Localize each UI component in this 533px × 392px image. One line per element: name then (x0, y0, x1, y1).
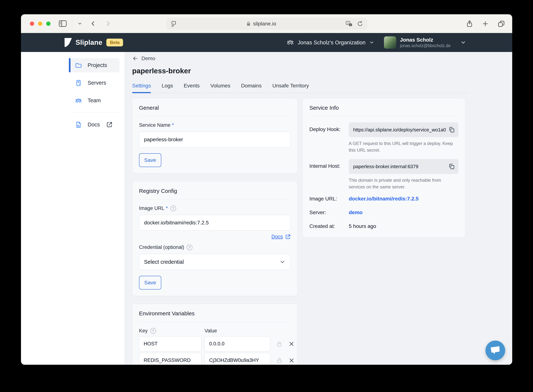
lock-icon[interactable] (276, 341, 283, 347)
sliplane-logo-icon (64, 38, 72, 47)
chevron-down-icon (369, 40, 374, 45)
copy-icon[interactable] (448, 163, 455, 170)
env-value-label: Value (204, 328, 270, 334)
back-icon[interactable] (90, 20, 96, 27)
zoom-window-button[interactable] (46, 22, 51, 26)
main-area: Demo paperless-broker Settings Logs Even… (125, 52, 512, 365)
close-window-button[interactable] (30, 22, 34, 26)
created-at-value: 5 hours ago (349, 223, 376, 229)
tab-overview-icon[interactable] (497, 20, 505, 28)
docs-link-label: Docs (271, 234, 283, 240)
breadcrumb[interactable]: Demo (132, 55, 468, 62)
tls-lock-icon (246, 21, 251, 27)
docs-link[interactable]: Docs (271, 234, 291, 240)
user-email: jonas.scholz@bbscholz.de (400, 43, 451, 48)
sidebar-item-projects[interactable]: Projects (69, 58, 120, 72)
image-url-info-label: Image URL: (309, 196, 349, 202)
address-bar[interactable]: sliplane.io A x (167, 18, 367, 29)
copy-icon[interactable] (448, 126, 455, 133)
save-button[interactable]: Save (139, 153, 161, 167)
env-row (139, 353, 291, 365)
internal-host-value: paperless-broker.internal:6379 (353, 164, 446, 169)
sidebar-item-label: Projects (88, 62, 107, 68)
internal-host-value-box: paperless-broker.internal:6379 (349, 159, 458, 174)
environment-variables-card: Environment Variables Key ? Value (132, 304, 297, 365)
reader-view-icon[interactable] (171, 20, 177, 28)
traffic-lights (30, 22, 51, 26)
address-text[interactable]: sliplane.io (253, 21, 276, 27)
deploy-hook-help: A GET request to this URL will trigger a… (349, 140, 458, 154)
support-chat-button[interactable] (486, 341, 505, 360)
image-url-link[interactable]: docker.io/bitnami/redis:7.2.5 (349, 196, 419, 202)
translate-icon[interactable]: A x (345, 20, 353, 27)
breadcrumb-label[interactable]: Demo (141, 56, 155, 61)
general-heading: General (139, 105, 291, 111)
sidebar-item-team[interactable]: Team (69, 93, 120, 108)
reload-icon[interactable] (357, 21, 363, 27)
back-arrow-icon[interactable] (132, 55, 139, 62)
lock-icon[interactable] (276, 357, 283, 364)
tab-settings[interactable]: Settings (132, 83, 151, 93)
user-menu[interactable]: Jonas Scholz jonas.scholz@bbscholz.de (384, 36, 451, 49)
remove-icon[interactable] (288, 357, 295, 364)
organization-switcher[interactable]: Jonas Scholz's Organization (287, 39, 374, 46)
organization-name: Jonas Scholz's Organization (298, 40, 366, 46)
card-divider (139, 322, 291, 322)
service-name-input[interactable] (139, 132, 291, 147)
credential-select-value: Select credential (144, 259, 184, 265)
external-link-icon (285, 234, 291, 240)
service-name-label: Service Name (139, 122, 171, 128)
tab-events[interactable]: Events (184, 83, 200, 93)
sidebar-toggle-icon[interactable] (59, 20, 67, 27)
browser-window: sliplane.io A x (21, 14, 512, 365)
internal-host-help: This domain is private and only reachabl… (349, 177, 458, 190)
sidebar-divider (69, 112, 120, 113)
team-icon (75, 97, 82, 104)
help-icon[interactable]: ? (187, 244, 192, 250)
env-heading: Environment Variables (139, 310, 291, 317)
minimize-window-button[interactable] (38, 22, 42, 26)
image-url-label: Image URL (139, 205, 164, 211)
forward-icon[interactable] (105, 20, 111, 27)
required-mark: * (166, 205, 168, 211)
sidebar-item-label: Docs (88, 121, 100, 128)
tab-volumes[interactable]: Volumes (210, 83, 230, 93)
env-key-label: Key (139, 328, 148, 334)
chevron-down-icon[interactable] (77, 21, 82, 26)
external-link-icon (106, 121, 112, 128)
required-mark: * (172, 122, 174, 128)
svg-text:x: x (350, 23, 351, 26)
service-info-card: Service Info Deploy Hook: https://api.sl… (302, 98, 465, 238)
server-label: Server: (309, 210, 349, 215)
deploy-hook-value: https://api.sliplane.io/deploy/service_w… (353, 127, 446, 133)
tab-logs[interactable]: Logs (162, 83, 173, 93)
credential-select[interactable]: Select credential (139, 254, 291, 270)
save-button[interactable]: Save (139, 276, 161, 289)
service-info-heading: Service Info (309, 105, 458, 111)
help-icon[interactable]: ? (150, 328, 156, 334)
env-value-input[interactable] (204, 336, 270, 351)
env-value-input[interactable] (204, 353, 270, 365)
server-link[interactable]: demo (349, 210, 363, 215)
sidebar-item-servers[interactable]: Servers (69, 76, 120, 90)
env-key-input[interactable] (139, 353, 202, 365)
env-key-input[interactable] (139, 336, 202, 351)
image-url-input[interactable] (139, 215, 291, 230)
browser-toolbar: sliplane.io A x (21, 14, 512, 33)
user-avatar (384, 36, 396, 49)
tab-bar: Settings Logs Events Volumes Domains Uns… (132, 83, 468, 93)
deploy-hook-label: Deploy Hook: (309, 122, 349, 159)
user-name: Jonas Scholz (400, 37, 451, 43)
page-title: paperless-broker (132, 67, 468, 75)
chevron-down-icon[interactable] (460, 40, 466, 46)
brand-logo[interactable]: Sliplane (64, 38, 102, 47)
brand-name: Sliplane (75, 39, 102, 47)
new-tab-icon[interactable] (482, 20, 489, 27)
remove-icon[interactable] (288, 341, 295, 347)
tab-unsafe-territory[interactable]: Unsafe Territory (272, 83, 309, 93)
help-icon[interactable]: ? (170, 205, 176, 211)
chat-bubble-icon (490, 345, 501, 356)
tab-domains[interactable]: Domains (241, 83, 261, 93)
share-icon[interactable] (466, 20, 473, 28)
sidebar-item-docs[interactable]: Docs (69, 117, 120, 132)
